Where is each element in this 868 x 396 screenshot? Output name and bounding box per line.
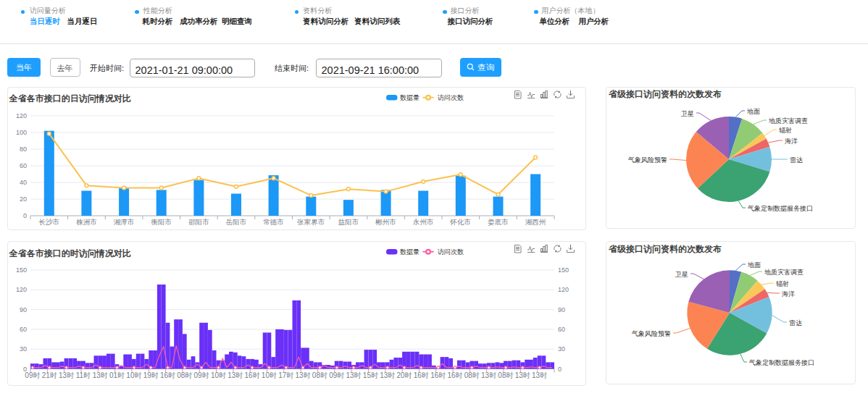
svg-text:地质灾害调查: 地质灾害调查 bbox=[764, 269, 804, 276]
svg-text:11时: 11时 bbox=[76, 371, 91, 379]
svg-text:13时: 13时 bbox=[515, 371, 530, 379]
svg-text:120: 120 bbox=[16, 286, 27, 293]
svg-text:雷达: 雷达 bbox=[790, 156, 803, 164]
svg-text:90: 90 bbox=[20, 306, 27, 313]
svg-text:株洲市: 株洲市 bbox=[76, 218, 97, 226]
svg-text:海洋: 海洋 bbox=[785, 138, 798, 145]
svg-text:气象风险预警: 气象风险预警 bbox=[631, 330, 671, 337]
svg-text:01时: 01时 bbox=[109, 371, 125, 379]
svg-text:张家界市: 张家界市 bbox=[297, 218, 325, 226]
svg-text:地质灾害调查: 地质灾害调查 bbox=[768, 117, 808, 125]
svg-text:80: 80 bbox=[20, 146, 27, 153]
svg-text:益阳市: 益阳市 bbox=[338, 218, 359, 226]
svg-text:湘潭市: 湘潭市 bbox=[114, 218, 135, 226]
svg-text:21时: 21时 bbox=[42, 371, 57, 379]
svg-text:30: 30 bbox=[558, 345, 565, 353]
svg-text:20时: 20时 bbox=[396, 371, 412, 379]
svg-text:60: 60 bbox=[20, 326, 27, 333]
svg-text:08时: 08时 bbox=[464, 371, 480, 379]
svg-text:16时: 16时 bbox=[430, 371, 446, 379]
svg-text:郴州市: 郴州市 bbox=[375, 218, 396, 226]
svg-text:10时: 10时 bbox=[262, 371, 277, 379]
svg-text:海洋: 海洋 bbox=[782, 290, 795, 298]
svg-text:13时: 13时 bbox=[93, 371, 108, 379]
svg-text:10时: 10时 bbox=[126, 371, 141, 379]
svg-text:17时: 17时 bbox=[278, 371, 293, 379]
svg-text:100: 100 bbox=[16, 129, 27, 136]
svg-text:13时: 13时 bbox=[532, 371, 547, 379]
svg-text:16时: 16时 bbox=[447, 371, 462, 379]
svg-text:60: 60 bbox=[558, 326, 565, 333]
svg-text:13时: 13时 bbox=[228, 371, 243, 379]
svg-text:09时: 09时 bbox=[194, 371, 209, 379]
svg-text:辐射: 辐射 bbox=[776, 280, 789, 287]
svg-text:120: 120 bbox=[16, 112, 27, 119]
svg-text:15时: 15时 bbox=[363, 371, 378, 379]
svg-text:邵阳市: 邵阳市 bbox=[188, 218, 209, 226]
svg-text:卫星: 卫星 bbox=[680, 110, 694, 117]
svg-text:08时: 08时 bbox=[177, 371, 192, 379]
svg-text:40: 40 bbox=[20, 179, 27, 186]
svg-text:16时: 16时 bbox=[160, 371, 175, 379]
svg-text:0: 0 bbox=[23, 212, 27, 219]
svg-text:08时: 08时 bbox=[312, 371, 327, 379]
svg-text:16时: 16时 bbox=[245, 371, 260, 379]
svg-text:常德市: 常德市 bbox=[263, 218, 284, 226]
svg-text:13时: 13时 bbox=[481, 371, 496, 379]
svg-text:90: 90 bbox=[558, 306, 565, 313]
svg-text:0: 0 bbox=[558, 366, 562, 373]
svg-text:09时: 09时 bbox=[329, 371, 344, 379]
svg-text:娄底市: 娄底市 bbox=[488, 218, 509, 226]
svg-text:气象定制数据服务接口: 气象定制数据服务接口 bbox=[748, 359, 814, 366]
svg-text:16时: 16时 bbox=[414, 371, 429, 379]
svg-text:150: 150 bbox=[558, 266, 569, 274]
svg-text:150: 150 bbox=[16, 266, 27, 274]
svg-text:13时: 13时 bbox=[380, 371, 395, 379]
svg-text:永州市: 永州市 bbox=[412, 218, 434, 226]
svg-text:08时: 08时 bbox=[498, 371, 513, 379]
svg-text:60: 60 bbox=[20, 162, 27, 169]
svg-text:19时: 19时 bbox=[143, 371, 159, 379]
svg-text:怀化市: 怀化市 bbox=[450, 218, 472, 226]
svg-text:10时: 10时 bbox=[211, 371, 226, 379]
svg-text:120: 120 bbox=[558, 286, 569, 293]
svg-text:30: 30 bbox=[20, 345, 27, 353]
svg-text:13时: 13时 bbox=[296, 371, 311, 379]
svg-text:地面: 地面 bbox=[747, 261, 761, 269]
svg-text:地面: 地面 bbox=[746, 108, 760, 115]
svg-text:气象风险预警: 气象风险预警 bbox=[627, 156, 667, 164]
svg-text:20: 20 bbox=[20, 195, 27, 203]
svg-text:气象定制数据服务接口: 气象定制数据服务接口 bbox=[747, 205, 813, 212]
svg-text:雷达: 雷达 bbox=[789, 319, 802, 327]
svg-text:卫星: 卫星 bbox=[675, 271, 688, 278]
svg-text:衡阳市: 衡阳市 bbox=[151, 218, 172, 226]
svg-text:13时: 13时 bbox=[346, 371, 361, 379]
svg-text:13时: 13时 bbox=[59, 371, 74, 379]
svg-text:09时: 09时 bbox=[25, 371, 40, 379]
svg-text:岳阳市: 岳阳市 bbox=[225, 218, 247, 226]
svg-text:湘西州: 湘西州 bbox=[525, 218, 546, 226]
svg-text:辐射: 辐射 bbox=[779, 127, 792, 134]
svg-text:长沙市: 长沙市 bbox=[39, 218, 60, 226]
